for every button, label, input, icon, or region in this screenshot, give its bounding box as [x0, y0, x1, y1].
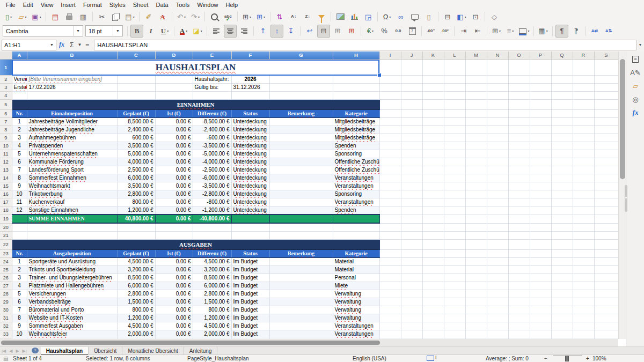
- cell[interactable]: [594, 110, 618, 118]
- cell[interactable]: [422, 166, 444, 174]
- cell[interactable]: [530, 250, 551, 258]
- cell[interactable]: [444, 134, 465, 142]
- cell[interactable]: [487, 92, 508, 100]
- cell[interactable]: 40,800.00 €: [117, 215, 155, 223]
- menu-sheet[interactable]: Sheet: [129, 1, 152, 9]
- cell[interactable]: [508, 134, 530, 142]
- cell[interactable]: [269, 142, 333, 150]
- cell[interactable]: [573, 274, 594, 282]
- cell[interactable]: Erstell: [12, 84, 27, 92]
- styles-icon[interactable]: A✎: [629, 67, 642, 78]
- cell[interactable]: [27, 92, 117, 100]
- sort-icon[interactable]: ⇅: [273, 10, 286, 23]
- cell[interactable]: Unterdeckung: [231, 150, 269, 158]
- cell[interactable]: [379, 258, 401, 266]
- cell[interactable]: [465, 126, 487, 134]
- cell[interactable]: [551, 92, 573, 100]
- cell[interactable]: [422, 266, 444, 274]
- cell[interactable]: [573, 266, 594, 274]
- cell[interactable]: 0.00 €: [155, 150, 193, 158]
- cell[interactable]: [379, 126, 401, 134]
- cell[interactable]: [401, 158, 422, 166]
- cell[interactable]: [594, 215, 618, 223]
- cell[interactable]: [508, 314, 530, 322]
- cell[interactable]: [508, 330, 530, 338]
- cell[interactable]: [465, 76, 487, 84]
- cell[interactable]: [530, 76, 551, 84]
- cell[interactable]: [530, 322, 551, 330]
- column-header-cell[interactable]: Nr.: [12, 110, 27, 118]
- column-header-cell[interactable]: Differenz (€): [193, 250, 231, 258]
- cell[interactable]: [551, 100, 573, 110]
- row-header[interactable]: 27: [0, 282, 12, 290]
- cell[interactable]: Sommerfest Einnahmen: [27, 174, 117, 182]
- pivot-table-icon[interactable]: ◲: [362, 10, 375, 23]
- cell[interactable]: [401, 298, 422, 306]
- cell[interactable]: [465, 322, 487, 330]
- column-header-cell[interactable]: Kategorie: [333, 250, 379, 258]
- cell[interactable]: [573, 76, 594, 84]
- cell[interactable]: [573, 60, 594, 76]
- cell[interactable]: [487, 240, 508, 250]
- cell[interactable]: [594, 142, 618, 150]
- chevron-down-icon[interactable]: ▼: [113, 26, 120, 36]
- cell[interactable]: [551, 110, 573, 118]
- cell[interactable]: 2,000.00 €: [193, 330, 231, 338]
- cell[interactable]: [508, 158, 530, 166]
- cell[interactable]: 2,400.00 €: [117, 126, 155, 134]
- cell[interactable]: [465, 290, 487, 298]
- cell[interactable]: [422, 306, 444, 314]
- print-icon[interactable]: [63, 10, 76, 23]
- cell[interactable]: [508, 274, 530, 282]
- formula-input[interactable]: HAUSHALTSPLAN: [94, 40, 636, 50]
- cell[interactable]: 2,000.00 €: [117, 330, 155, 338]
- cell[interactable]: [401, 232, 422, 240]
- cell[interactable]: SUMME EINNAHMEN: [27, 215, 117, 223]
- cell[interactable]: 6,000.00 €: [117, 174, 155, 182]
- cell[interactable]: Platzmiete und Hallengebühren: [27, 282, 117, 290]
- cell[interactable]: [12, 215, 27, 223]
- cell[interactable]: [117, 76, 155, 84]
- cell[interactable]: [379, 282, 401, 290]
- cell[interactable]: 8: [12, 314, 27, 322]
- cell[interactable]: Öffentliche Zuschüsse: [333, 158, 379, 166]
- cell[interactable]: Im Budget: [231, 306, 269, 314]
- column-header-cell[interactable]: Bemerkung: [269, 110, 333, 118]
- cell[interactable]: [333, 215, 379, 223]
- export-pdf-icon[interactable]: ▤: [49, 10, 62, 23]
- cell[interactable]: [594, 223, 618, 232]
- cell[interactable]: [573, 206, 594, 215]
- cell[interactable]: [573, 150, 594, 158]
- column-header[interactable]: J: [401, 51, 422, 60]
- cell[interactable]: [231, 215, 269, 223]
- row-header[interactable]: 32: [0, 322, 12, 330]
- cell[interactable]: [594, 306, 618, 314]
- cell[interactable]: Jahresbeiträge Jugendliche: [27, 126, 117, 134]
- cell[interactable]: [530, 274, 551, 282]
- italic-icon[interactable]: I: [144, 25, 157, 38]
- cell[interactable]: [594, 182, 618, 190]
- cell[interactable]: Material: [333, 258, 379, 266]
- cell[interactable]: [444, 314, 465, 322]
- row-header[interactable]: 21: [0, 232, 12, 240]
- cell[interactable]: [193, 232, 231, 240]
- cell[interactable]: 6,000.00 €: [193, 282, 231, 290]
- menu-styles[interactable]: Styles: [106, 1, 129, 9]
- format-currency-icon[interactable]: €▾: [364, 25, 377, 38]
- align-bottom-icon[interactable]: ↧: [284, 25, 297, 38]
- cell[interactable]: Unterdeckung: [231, 190, 269, 198]
- add-decimal-icon[interactable]: .00⁺: [425, 25, 437, 38]
- cell[interactable]: [594, 240, 618, 250]
- row-header[interactable]: 30: [0, 306, 12, 314]
- cell[interactable]: Material: [333, 266, 379, 274]
- cell[interactable]: [465, 150, 487, 158]
- cell[interactable]: 3,500.00 €: [117, 182, 155, 190]
- align-right-icon[interactable]: [238, 25, 251, 38]
- equals-icon[interactable]: =: [83, 41, 92, 49]
- cell[interactable]: 0.00 €: [155, 274, 193, 282]
- cell[interactable]: [269, 118, 333, 126]
- cell[interactable]: [551, 142, 573, 150]
- cell[interactable]: Verwaltung: [333, 306, 379, 314]
- cell[interactable]: Im Budget: [231, 274, 269, 282]
- cell[interactable]: [530, 290, 551, 298]
